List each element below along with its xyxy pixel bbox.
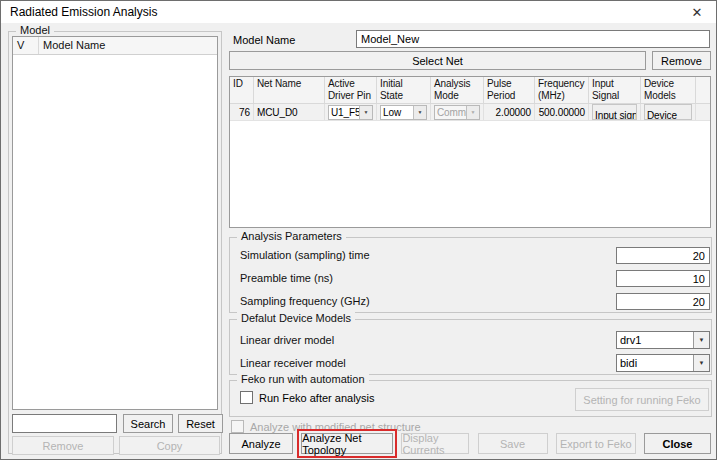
col-frequency[interactable]: Frequency (MHz) bbox=[535, 77, 589, 104]
close-dialog-button[interactable]: Close bbox=[644, 433, 711, 454]
preamble-time-input[interactable] bbox=[616, 270, 710, 287]
run-feko-label: Run Feko after analysis bbox=[259, 392, 375, 404]
cell-device-models: Device bbox=[641, 104, 696, 120]
linear-receiver-model-value: bidi bbox=[617, 355, 693, 371]
model-search-row: Search Reset bbox=[12, 414, 220, 433]
col-pulse-period[interactable]: Pulse Period (ns) bbox=[484, 77, 535, 104]
active-driver-pin-dropdown[interactable]: U1_F5 ▼ bbox=[328, 105, 373, 120]
chevron-down-icon: ▼ bbox=[466, 106, 479, 119]
input-signal-button[interactable]: Input signal bbox=[592, 104, 637, 120]
linear-driver-model-label: Linear driver model bbox=[240, 334, 334, 346]
model-copy-button[interactable]: Copy bbox=[119, 436, 220, 455]
cell-initial-state: Low ▼ bbox=[377, 104, 431, 120]
analyze-net-topology-button[interactable]: Analyze Net Topology bbox=[301, 433, 393, 454]
initial-state-value: Low bbox=[381, 106, 413, 119]
cell-id: 76 bbox=[230, 104, 254, 120]
analyze-button[interactable]: Analyze bbox=[229, 433, 293, 454]
net-table: ID Net Name Active Driver Pin Initial St… bbox=[229, 76, 711, 228]
col-active-driver[interactable]: Active Driver Pin bbox=[325, 77, 377, 104]
chevron-down-icon: ▼ bbox=[693, 355, 709, 371]
col-analysis-mode[interactable]: Analysis Mode bbox=[431, 77, 484, 104]
run-feko-checkbox[interactable] bbox=[240, 391, 253, 404]
select-net-button[interactable]: Select Net bbox=[229, 51, 646, 70]
model-search-input[interactable] bbox=[12, 414, 117, 433]
analysis-mode-value: Common bbox=[435, 106, 466, 119]
col-input-signal[interactable]: Input Signal bbox=[589, 77, 641, 104]
col-id[interactable]: ID bbox=[230, 77, 254, 104]
radiated-emission-analysis-dialog: Radiated Emission Analysis ✕ Model V Mod… bbox=[0, 0, 717, 460]
linear-receiver-model-label: Linear receiver model bbox=[240, 357, 346, 369]
linear-receiver-model-dropdown[interactable]: bidi ▼ bbox=[616, 354, 710, 372]
search-button[interactable]: Search bbox=[123, 414, 173, 433]
preamble-time-label: Preamble time (ns) bbox=[240, 272, 333, 284]
analysis-mode-dropdown: Common ▼ bbox=[434, 105, 480, 120]
simulation-time-input[interactable] bbox=[616, 247, 710, 264]
analysis-parameters-group: Analysis Parameters Simulation (sampling… bbox=[229, 237, 712, 313]
analyze-net-topology-wrap: Analyze Net Topology bbox=[301, 433, 393, 454]
chevron-down-icon: ▼ bbox=[413, 106, 426, 119]
export-to-feko-button[interactable]: Export to Feko bbox=[556, 433, 636, 454]
active-driver-pin-value: U1_F5 bbox=[329, 106, 359, 119]
cell-filler bbox=[696, 104, 710, 120]
model-group: Model V Model Name Search Reset Remove C… bbox=[8, 31, 222, 454]
chevron-down-icon: ▼ bbox=[693, 332, 709, 348]
model-name-input[interactable] bbox=[356, 30, 710, 48]
model-list[interactable]: V Model Name bbox=[12, 36, 218, 410]
cell-frequency[interactable]: 500.00000 bbox=[535, 104, 589, 120]
col-initial-state[interactable]: Initial State bbox=[377, 77, 431, 104]
model-list-header: V Model Name bbox=[13, 37, 217, 55]
initial-state-dropdown[interactable]: Low ▼ bbox=[380, 105, 427, 120]
net-remove-button[interactable]: Remove bbox=[652, 51, 711, 70]
linear-driver-model-value: drv1 bbox=[617, 332, 693, 348]
cell-analysis-mode: Common ▼ bbox=[431, 104, 484, 120]
cell-input-signal: Input signal bbox=[589, 104, 641, 120]
sampling-frequency-input[interactable] bbox=[616, 293, 710, 310]
model-list-col-name[interactable]: Model Name bbox=[39, 37, 217, 54]
cell-net-name: MCU_D0 bbox=[254, 104, 325, 120]
feko-settings-button[interactable]: Setting for running Feko bbox=[575, 388, 709, 411]
dialog-title: Radiated Emission Analysis bbox=[10, 5, 157, 19]
col-filler bbox=[696, 77, 710, 104]
cell-pulse-period[interactable]: 2.00000 bbox=[484, 104, 535, 120]
display-currents-button[interactable]: Display Currents bbox=[401, 433, 469, 454]
model-actions-row: Remove Copy bbox=[12, 436, 220, 455]
reset-button[interactable]: Reset bbox=[178, 414, 223, 433]
save-button[interactable]: Save bbox=[478, 433, 548, 454]
simulation-time-label: Simulation (sampling) time bbox=[240, 249, 370, 261]
model-group-label: Model bbox=[16, 24, 54, 36]
title-bar: Radiated Emission Analysis ✕ bbox=[1, 1, 716, 23]
sampling-frequency-label: Sampling frequency (GHz) bbox=[240, 295, 370, 307]
net-table-header: ID Net Name Active Driver Pin Initial St… bbox=[230, 77, 710, 104]
linear-driver-model-dropdown[interactable]: drv1 ▼ bbox=[616, 331, 710, 349]
cell-active-driver: U1_F5 ▼ bbox=[325, 104, 377, 120]
feko-group-label: Feko run with automation bbox=[237, 373, 369, 385]
device-models-button[interactable]: Device bbox=[644, 104, 692, 120]
close-button[interactable]: ✕ bbox=[682, 1, 712, 23]
default-device-models-label: Defalut Device Models bbox=[237, 312, 355, 324]
footer-button-row: Analyze Analyze Net Topology Display Cur… bbox=[229, 433, 711, 454]
chevron-down-icon: ▼ bbox=[359, 106, 372, 119]
modified-net-checkbox bbox=[231, 420, 244, 433]
feko-group: Feko run with automation Run Feko after … bbox=[229, 380, 712, 417]
col-net-name[interactable]: Net Name bbox=[254, 77, 325, 104]
default-device-models-group: Defalut Device Models Linear driver mode… bbox=[229, 319, 712, 375]
analysis-parameters-label: Analysis Parameters bbox=[237, 230, 346, 242]
run-feko-checkbox-row[interactable]: Run Feko after analysis bbox=[240, 391, 375, 404]
model-remove-button[interactable]: Remove bbox=[12, 436, 114, 455]
model-list-col-v[interactable]: V bbox=[13, 37, 39, 54]
net-table-row[interactable]: 76 MCU_D0 U1_F5 ▼ Low ▼ Common ▼ bbox=[230, 104, 710, 121]
model-name-label: Model Name bbox=[233, 34, 295, 46]
close-icon: ✕ bbox=[692, 5, 703, 20]
col-device-models[interactable]: Device Models bbox=[641, 77, 696, 104]
